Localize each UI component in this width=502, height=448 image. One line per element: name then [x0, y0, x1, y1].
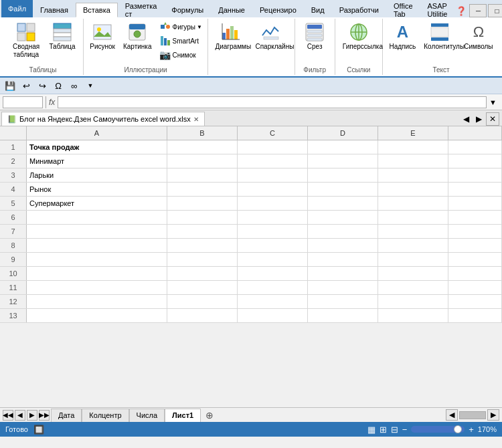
header-button[interactable]: Колонтитулы	[421, 20, 458, 52]
doc-tab-prev[interactable]: ◀	[461, 113, 472, 125]
cell-r3c4[interactable]	[308, 169, 378, 182]
cell-r6c1[interactable]	[27, 211, 167, 224]
customize-qa-button[interactable]: ▼	[83, 79, 98, 92]
cell-r13c5[interactable]	[378, 309, 448, 322]
charts-button[interactable]: Диаграммы	[212, 20, 250, 52]
cell-r9c2[interactable]	[167, 253, 238, 266]
slicer-button[interactable]: Срез	[300, 20, 329, 52]
save-qa-button[interactable]: 💾	[3, 79, 17, 92]
row-number-9[interactable]: 9	[0, 253, 27, 266]
row-number-1[interactable]: 1	[0, 140, 27, 154]
cell-r8c5[interactable]	[378, 239, 448, 252]
cell-r2c5[interactable]	[378, 154, 448, 168]
cell-r12c5[interactable]	[378, 295, 448, 308]
cell-r9c4[interactable]	[308, 253, 378, 266]
shapes-button[interactable]: Фигуры ▼	[157, 20, 204, 33]
cell-r8c4[interactable]	[308, 239, 378, 252]
cell-r6c5[interactable]	[378, 211, 448, 224]
sheet-scroll-left[interactable]: ◀	[446, 409, 458, 421]
cell-r11c2[interactable]	[167, 281, 238, 294]
cell-r6c4[interactable]	[308, 211, 378, 224]
cell-r7c3[interactable]	[238, 225, 308, 238]
cell-r1c2[interactable]	[167, 140, 238, 154]
doc-tab-active[interactable]: 📗 Блог на Яндекс.Дзен Самоучитель excel …	[1, 112, 205, 126]
cell-r11c5[interactable]	[378, 281, 448, 294]
formula-expand-button[interactable]: ▼	[487, 98, 499, 106]
cell-r5c3[interactable]	[238, 197, 308, 210]
page-break-button[interactable]: ⊟	[391, 425, 398, 435]
row-number-13[interactable]: 13	[0, 309, 27, 322]
cell-r4c5[interactable]	[378, 183, 448, 196]
sheet-scroll-thumb[interactable]	[459, 411, 486, 419]
cell-r4c4[interactable]	[308, 183, 378, 196]
tab-insert[interactable]: Вставка	[76, 3, 118, 17]
add-sheet-button[interactable]: ⊕	[203, 409, 216, 421]
cell-r12c3[interactable]	[238, 295, 308, 308]
omega-qa-button[interactable]: Ω	[51, 79, 66, 92]
table-button[interactable]: Таблица	[47, 20, 78, 52]
cell-r12c2[interactable]	[167, 295, 238, 308]
cell-r9c3[interactable]	[238, 253, 308, 266]
cell-r12c1[interactable]	[27, 295, 167, 308]
cell-r1c4[interactable]	[308, 140, 378, 154]
col-header-c[interactable]: C	[238, 126, 308, 140]
zoom-out-button[interactable]: −	[402, 425, 408, 435]
tab-asap[interactable]: ASAP Utilitie	[420, 3, 455, 17]
cell-r3c5[interactable]	[378, 169, 448, 182]
row-number-4[interactable]: 4	[0, 183, 27, 196]
cell-r9c5[interactable]	[378, 253, 448, 266]
row-number-2[interactable]: 2	[0, 154, 27, 168]
textbox-button[interactable]: A Надпись	[386, 20, 418, 52]
cell-r10c2[interactable]	[167, 267, 238, 280]
infinity-qa-button[interactable]: ∞	[67, 79, 82, 92]
cell-r5c5[interactable]	[378, 197, 448, 210]
row-number-7[interactable]: 7	[0, 225, 27, 238]
cell-r8c3[interactable]	[238, 239, 308, 252]
cell-r1c3[interactable]	[238, 140, 308, 154]
tab-layout[interactable]: Разметка ст	[118, 3, 165, 17]
sheet-scroll-right[interactable]: ▶	[487, 409, 499, 421]
sheet-nav-first[interactable]: ◀◀	[3, 410, 13, 421]
smartart-button[interactable]: SmartArt	[157, 34, 204, 47]
tab-data[interactable]: Данные	[211, 3, 252, 17]
doc-tab-close[interactable]: ✕	[193, 116, 199, 123]
sheet-tab-numbers[interactable]: Числа	[129, 409, 165, 422]
cell-r1c1[interactable]: Точка продаж	[27, 140, 167, 154]
sheet-nav-next[interactable]: ▶	[27, 410, 37, 421]
tab-formulas[interactable]: Формулы	[164, 3, 211, 17]
sheet-nav-prev[interactable]: ◀	[15, 410, 25, 421]
help-icon[interactable]: ❓	[454, 4, 468, 17]
cell-r9c1[interactable]	[27, 253, 167, 266]
cell-r7c2[interactable]	[167, 225, 238, 238]
cell-r11c3[interactable]	[238, 281, 308, 294]
doc-tab-next[interactable]: ▶	[473, 113, 485, 125]
symbols-button[interactable]: Ω Символы	[461, 20, 495, 52]
cell-r12c4[interactable]	[308, 295, 378, 308]
tab-home[interactable]: Главная	[33, 3, 76, 17]
clip-button[interactable]: Картинка	[120, 20, 155, 52]
sheet-nav-last[interactable]: ▶▶	[39, 410, 50, 421]
sheet-tab-data[interactable]: Дата	[51, 409, 82, 422]
row-number-8[interactable]: 8	[0, 239, 27, 252]
cell-r6c3[interactable]	[238, 211, 308, 224]
col-header-a[interactable]: A	[27, 126, 167, 140]
cell-r2c1[interactable]: Минимарт	[27, 154, 167, 168]
cell-r10c1[interactable]	[27, 267, 167, 280]
row-number-12[interactable]: 12	[0, 295, 27, 308]
screenshot-button[interactable]: 📷 Снимок	[157, 48, 204, 62]
page-layout-button[interactable]: ⊞	[380, 425, 387, 435]
cell-r3c3[interactable]	[238, 169, 308, 182]
cell-r11c4[interactable]	[308, 281, 378, 294]
col-header-b[interactable]: B	[167, 126, 238, 140]
cell-r10c4[interactable]	[308, 267, 378, 280]
doc-tab-close-all[interactable]: ✕	[486, 112, 499, 126]
cell-r13c4[interactable]	[308, 309, 378, 322]
cell-r13c2[interactable]	[167, 309, 238, 322]
cell-r4c1[interactable]: Рынок	[27, 183, 167, 196]
cell-r7c4[interactable]	[308, 225, 378, 238]
col-header-d[interactable]: D	[308, 126, 378, 140]
hyperlink-button[interactable]: Гиперссылка	[340, 20, 378, 52]
row-number-3[interactable]: 3	[0, 169, 27, 182]
cell-r13c3[interactable]	[238, 309, 308, 322]
maximize-button[interactable]: □	[488, 4, 502, 17]
